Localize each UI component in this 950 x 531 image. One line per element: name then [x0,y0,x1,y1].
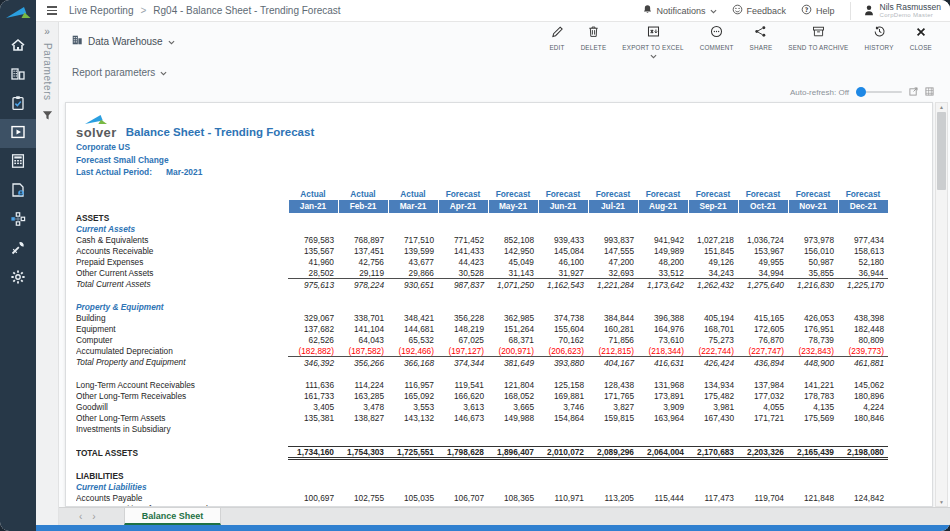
cell: 70,162 [538,335,588,346]
vertical-scrollbar[interactable]: ▲ ▼ [935,102,948,507]
breadcrumb: Live Reporting > Rg04 - Balance Sheet - … [69,5,341,16]
row-label: Total Current Assets [76,279,288,290]
cell [738,213,788,224]
expand-parameters-button[interactable]: » [44,27,50,37]
sidebar-item-settings[interactable] [0,264,36,293]
table-row: Equipment137,682141,104144,681148,219151… [76,324,888,335]
column-month: Feb-21 [338,200,388,213]
cell: 137,451 [338,246,388,257]
cell: (212,815) [588,346,638,357]
export-to-excel-button[interactable]: EXPORT TO EXCEL [614,24,691,59]
report-entity: Corporate US [76,141,922,154]
cell: 135,567 [288,246,338,257]
chevron-down-icon [168,36,175,47]
cell [388,224,438,235]
tab-balance-sheet[interactable]: Balance Sheet [124,508,222,525]
help-button[interactable]: ? Help [801,4,835,17]
cell: 153,967 [738,246,788,257]
scrollbar-thumb[interactable] [937,112,946,190]
table-row: TOTAL ASSETS1,734,1601,754,3031,725,5511… [76,447,888,459]
cell: (206,623) [538,346,588,357]
cell: 169,881 [538,391,588,402]
cell: 1,262,432 [688,279,738,290]
cell: 2,089,296 [588,447,638,459]
app-window: Live Reporting > Rg04 - Balance Sheet - … [0,0,950,531]
sidebar-item-report-viewer[interactable] [0,119,36,148]
action-label: CLOSE [910,44,932,51]
sidebar-item-workflow[interactable] [0,206,36,235]
data-source-selector[interactable]: Data Warehouse [71,34,175,48]
sidebar-item-home[interactable] [0,32,36,61]
cell: 2,170,683 [688,447,738,459]
cell [538,482,588,493]
share-button[interactable]: SHARE [742,24,781,51]
cell: 178,783 [788,391,838,402]
cell: 346,392 [288,357,338,368]
filter-funnel-icon[interactable] [42,110,53,121]
autorefresh-toggle[interactable] [856,91,902,93]
notifications-button[interactable]: Notifications [642,4,717,17]
breadcrumb-app[interactable]: Live Reporting [69,5,133,16]
action-label: DELETE [581,44,607,51]
tab-next-icon[interactable]: › [92,511,95,522]
row-label: Building [76,313,288,324]
scroll-up-icon[interactable]: ▲ [939,104,944,110]
cell [338,471,388,482]
grid-view-icon[interactable] [925,87,934,98]
cell: 42,756 [338,257,388,268]
send-to-archive-button[interactable]: SEND TO ARCHIVE [780,24,856,51]
report-panel: solver Balance Sheet - Trending Forecast… [65,102,933,507]
popout-icon[interactable] [909,87,918,98]
smiley-icon [732,4,743,17]
hamburger-menu-icon[interactable] [45,4,59,16]
user-menu[interactable]: Nils Rasmussen CorpDemo Master [850,2,941,20]
cell [738,424,788,435]
cell: 114,224 [338,380,388,391]
cell: 396,388 [638,313,688,324]
tab-prev-icon[interactable]: ‹ [79,511,82,522]
row-label: Accounts Receivable [76,246,288,257]
cell: 852,108 [488,235,538,246]
cell: 35,855 [788,268,838,279]
cell: 3,478 [338,402,388,413]
column-type: Forecast [438,188,488,200]
comment-button[interactable]: COMMENT [692,24,742,51]
sidebar-item-admin-tools[interactable] [0,235,36,264]
cell: 139,599 [388,246,438,257]
cell: 46,100 [538,257,588,268]
close-button[interactable]: CLOSE [902,24,940,51]
column-type: Forecast [638,188,688,200]
cell [838,471,888,482]
scroll-down-icon[interactable]: ▼ [939,499,944,505]
cell: 166,620 [438,391,488,402]
cell: 4,055 [738,402,788,413]
sidebar-item-assignments[interactable] [0,90,36,119]
cell: 348,421 [388,313,438,324]
action-label: HISTORY [864,44,893,51]
cell: 975,613 [288,279,338,290]
feedback-button[interactable]: Feedback [732,4,787,17]
cell: 102,755 [338,493,388,504]
row-label: Current Liabilities [76,482,288,493]
cell [488,302,538,313]
sidebar-item-collaboration[interactable] [0,177,36,206]
sidebar-item-budgeting[interactable] [0,148,36,177]
column-type: Actual [388,188,438,200]
cell: 416,631 [638,357,688,368]
cell [488,224,538,235]
solver-logo-icon[interactable] [5,5,31,23]
cell: 3,665 [488,402,538,413]
pencil-icon [551,24,564,42]
cell [638,302,688,313]
edit-button[interactable]: EDIT [541,24,572,51]
delete-button[interactable]: DELETE [573,24,615,51]
cell: 138,827 [338,413,388,424]
cell: 415,165 [738,313,788,324]
sidebar-item-applications[interactable] [0,61,36,90]
report-parameters-toggle[interactable]: Report parameters [59,60,950,84]
row-label: TOTAL ASSETS [76,447,288,459]
history-button[interactable]: HISTORY [856,24,901,51]
cell [338,482,388,493]
cell: 1,734,160 [288,447,338,459]
parameters-panel-title: Parameters [42,43,53,101]
